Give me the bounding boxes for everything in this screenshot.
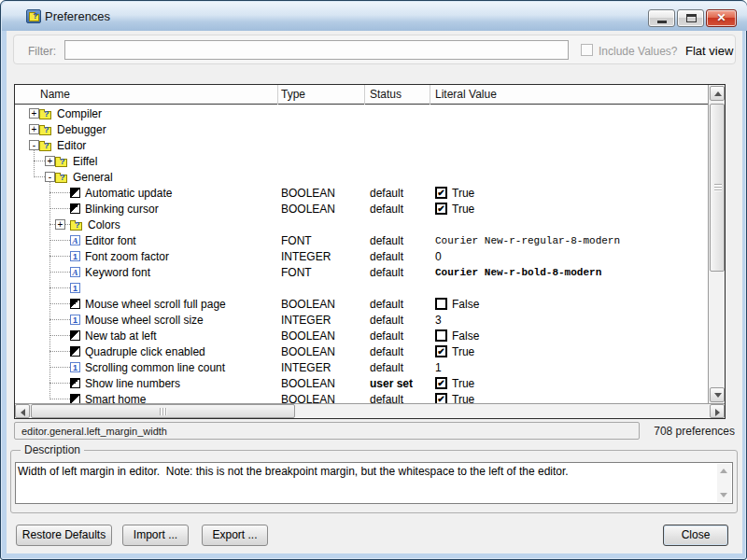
horizontal-scrollbar[interactable] — [15, 403, 725, 418]
column-header-literal-value[interactable]: Literal Value — [435, 88, 497, 101]
font-icon: A — [70, 235, 80, 245]
row-value: ✔True — [435, 201, 474, 217]
row-value: 3 — [435, 312, 442, 328]
column-header-status[interactable]: Status — [370, 88, 402, 101]
row-label: Font zoom factor — [85, 250, 169, 263]
import-button[interactable]: Import ... — [122, 525, 189, 546]
value-checkbox[interactable] — [435, 298, 447, 310]
expand-toggle[interactable]: + — [45, 156, 55, 166]
tree-row[interactable]: 1Scrolling common line countINTEGERdefau… — [15, 359, 708, 375]
value-checkbox[interactable]: ✔ — [435, 203, 447, 215]
value-text: 3 — [435, 314, 442, 327]
scroll-up-button[interactable] — [710, 86, 725, 101]
row-value: 0 — [435, 248, 442, 264]
tree-row[interactable]: +?Colors — [15, 217, 708, 232]
folder-icon: ? — [39, 125, 52, 135]
value-text: True — [452, 187, 474, 200]
vertical-scrollbar[interactable] — [708, 85, 725, 403]
column-header-name[interactable]: Name — [40, 88, 70, 101]
row-type: INTEGER — [281, 248, 331, 264]
row-label: Show line numbers — [85, 377, 180, 390]
tree-row[interactable]: -?General — [15, 169, 708, 185]
include-values-checkbox[interactable] — [581, 44, 593, 56]
tree-row[interactable]: Mouse wheel scroll full pageBOOLEANdefau… — [15, 296, 708, 312]
boolean-icon — [70, 299, 80, 309]
row-label: Debugger — [57, 123, 106, 136]
preferences-app-icon: ? — [26, 9, 41, 23]
tree-row[interactable]: +?Debugger — [15, 121, 708, 137]
boolean-icon — [70, 346, 80, 357]
horizontal-scroll-thumb[interactable] — [31, 404, 295, 418]
description-box[interactable]: Width of left margin in editor. Note: th… — [15, 462, 733, 504]
value-text: False — [452, 298, 479, 311]
tree-row[interactable]: 1Mouse wheel scroll sizeINTEGERdefault3 — [15, 312, 708, 328]
row-label: Mouse wheel scroll full page — [85, 298, 226, 311]
arrow-right-icon — [715, 409, 720, 416]
close-button[interactable]: Close — [663, 525, 728, 546]
tree-row[interactable]: 1Left margin widthINTEGERdefault8 — [15, 280, 708, 296]
expand-toggle[interactable]: + — [55, 219, 65, 230]
expand-toggle[interactable]: + — [29, 108, 39, 119]
tree-connector-dash — [34, 161, 45, 161]
value-text: Courier New-r-regular-8-modern — [435, 235, 620, 246]
tree-row[interactable]: Show line numbersBOOLEANuser set✔True — [15, 375, 708, 391]
row-type: BOOLEAN — [281, 328, 335, 343]
maximize-icon — [686, 14, 697, 22]
value-checkbox[interactable]: ✔ — [435, 377, 447, 389]
value-checkbox[interactable] — [435, 329, 447, 342]
value-checkbox[interactable]: ✔ — [435, 345, 447, 357]
value-text: True — [452, 377, 474, 390]
export-button[interactable]: Export ... — [202, 525, 268, 546]
row-status: default — [370, 296, 403, 312]
expand-toggle[interactable]: - — [29, 140, 39, 150]
row-type: INTEGER — [281, 359, 331, 375]
tree-connector-dash — [49, 192, 70, 193]
tree-row[interactable]: 1Font zoom factorINTEGERdefault0 — [15, 248, 708, 264]
boolean-icon — [70, 188, 80, 198]
restore-defaults-button[interactable]: Restore Defaults — [16, 525, 112, 546]
vertical-scroll-thumb[interactable] — [710, 104, 725, 272]
tree-row[interactable]: AEditor fontFONTdefaultCourier New-r-reg… — [15, 232, 708, 248]
filter-input[interactable] — [64, 40, 569, 60]
row-status: default — [370, 359, 403, 375]
value-checkbox[interactable]: ✔ — [435, 187, 447, 199]
maximize-button[interactable] — [677, 9, 704, 27]
boolean-icon — [70, 378, 80, 388]
row-type: FONT — [281, 264, 312, 280]
row-value: False — [435, 328, 479, 343]
tree-row[interactable]: Blinking cursorBOOLEANdefault✔True — [15, 201, 708, 217]
tree-row[interactable]: +?Eiffel — [15, 153, 708, 169]
tree-row[interactable]: +?Compiler — [15, 105, 708, 121]
tree-row[interactable]: Automatic updateBOOLEANdefault✔True — [15, 185, 708, 201]
row-type: INTEGER — [281, 280, 331, 296]
scroll-right-button[interactable] — [710, 404, 725, 418]
scroll-left-button[interactable] — [15, 404, 30, 418]
expand-toggle[interactable]: - — [45, 172, 55, 182]
tree-row[interactable]: Quadruple click enabledBOOLEANdefault✔Tr… — [15, 343, 708, 359]
tree-row[interactable]: AKeyword fontFONTdefaultCourier New-r-bo… — [15, 264, 708, 280]
arrow-left-icon — [21, 409, 25, 416]
description-scrollbar[interactable] — [717, 464, 731, 502]
title-bar[interactable]: ? Preferences ✕ — [2, 2, 747, 31]
row-label: Quadruple click enabled — [85, 345, 205, 358]
row-status: default — [370, 232, 403, 248]
value-checkbox[interactable]: ✔ — [435, 393, 447, 403]
minimize-button[interactable] — [648, 9, 675, 27]
description-label: Description — [21, 443, 84, 456]
row-type: BOOLEAN — [281, 296, 335, 312]
tree-connector-dash — [49, 319, 70, 320]
expand-toggle[interactable]: + — [29, 124, 39, 134]
flat-view-button[interactable]: Flat view — [685, 44, 733, 58]
close-window-button[interactable]: ✕ — [706, 9, 737, 27]
tree-row[interactable]: New tab at leftBOOLEANdefaultFalse — [15, 328, 708, 343]
tree-connector-dash — [49, 272, 70, 273]
value-text: True — [452, 203, 474, 216]
row-label: Compiler — [57, 107, 102, 120]
boolean-icon — [70, 330, 80, 341]
row-type: INTEGER — [281, 312, 331, 328]
column-header-type[interactable]: Type — [281, 88, 305, 101]
scroll-down-button[interactable] — [710, 387, 725, 402]
tree-row[interactable]: -?Editor — [15, 137, 708, 153]
row-status: default — [370, 248, 403, 264]
tree-row[interactable]: Smart homeBOOLEANdefault✔True — [15, 391, 708, 403]
